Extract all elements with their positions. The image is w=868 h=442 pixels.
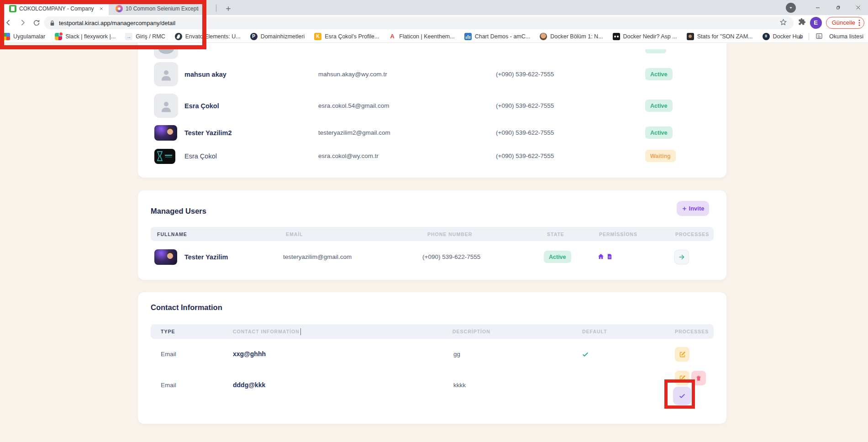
- person-icon: [159, 68, 173, 82]
- plus-icon: [682, 206, 687, 211]
- annotation-box-browser-tabs: [0, 0, 206, 49]
- person-icon: [159, 100, 173, 113]
- menu-dots-icon[interactable]: [858, 20, 860, 26]
- contact-description: gg: [453, 351, 460, 358]
- bookmark-docker-hub[interactable]: ⠿Docker Hub: [763, 33, 803, 40]
- contact-description: kkkk: [453, 382, 466, 389]
- bookmark-flaticon[interactable]: AFlaticon | Keenthem...: [389, 33, 454, 40]
- tab-search-button[interactable]: [786, 3, 796, 13]
- update-label: Güncelle: [832, 19, 855, 26]
- bookmark-docker-bolum[interactable]: Docker Bölüm 1: N...: [540, 33, 603, 40]
- bookmark-star-icon[interactable]: [779, 18, 787, 27]
- user-phone: (+090) 539-622-7555: [496, 71, 554, 78]
- stats-icon: [687, 33, 694, 40]
- chart-bars-icon: [464, 33, 472, 40]
- reading-list-icon: [815, 32, 823, 41]
- bookmark-label: Esra Çokol's Profile...: [325, 33, 379, 40]
- permission-document-icon: [606, 253, 613, 262]
- arrow-right-icon: [678, 253, 685, 261]
- minimize-button[interactable]: [808, 0, 828, 15]
- bookmark-label: Domainhizmetleri: [261, 33, 305, 40]
- trash-icon: [695, 375, 702, 382]
- bookmark-domainhizmetleri[interactable]: PDomainhizmetleri: [250, 33, 305, 40]
- contact-value: xxg@ghhh: [233, 350, 266, 358]
- bookmark-chart-demos[interactable]: Chart Demos - amC...: [464, 33, 531, 40]
- bookmark-stats-son-zam[interactable]: Stats for "SON ZAM...: [687, 33, 753, 40]
- users-card: mahsun akay mahsun.akay@wy.com.tr (+090)…: [138, 43, 726, 178]
- user-name: Tester Yazilim2: [184, 129, 231, 137]
- contact-information-card: Contact Information TYPE CONTACT INFORMA…: [138, 292, 726, 424]
- bookmark-docker-nedir[interactable]: Docker Nedir? Asp ...: [613, 33, 677, 40]
- restore-button[interactable]: [828, 0, 848, 15]
- user-name: Tester Yazilim: [184, 253, 228, 261]
- user-phone: (+090) 539-622-7555: [496, 102, 554, 109]
- column-state: STATE: [547, 227, 564, 241]
- default-check-icon: [582, 351, 589, 360]
- bookmarks-overflow-chevron[interactable]: »: [799, 33, 802, 41]
- status-badge: Active: [645, 100, 673, 112]
- user-photo-avatar: [154, 149, 175, 164]
- hourglass-graphic: [157, 151, 163, 162]
- column-fullname: FULLNAME: [157, 227, 187, 241]
- video-icon: [613, 33, 620, 40]
- user-name: Esra Çokol: [184, 153, 217, 160]
- user-email: esra.cokol@wy.com.tr: [318, 153, 379, 159]
- bookmark-label: Docker Nedir? Asp ...: [623, 33, 677, 40]
- invite-label: Invite: [689, 205, 705, 212]
- user-email: testeryazilim@gmail.com: [283, 253, 352, 260]
- bookmark-label: Flaticon | Keenthem...: [399, 33, 454, 40]
- text-caret: [300, 328, 301, 335]
- section-title: Managed Users: [151, 207, 206, 216]
- bookmarks-right: » Okuma listesi: [799, 30, 863, 43]
- user-phone: (+090) 539-622-7555: [496, 129, 554, 136]
- contact-value: dddg@kkk: [233, 381, 265, 389]
- column-default: DEFAULT: [582, 324, 607, 339]
- invite-button[interactable]: Invite: [677, 201, 709, 216]
- tab-divider: [216, 5, 216, 12]
- toolbar-right: E Güncelle: [798, 15, 868, 30]
- column-phone: PHONE NUMBER: [427, 227, 472, 241]
- column-permissions: PERMİSSİONS: [599, 227, 637, 241]
- user-phone: (+090) 539-622-7555: [496, 153, 554, 159]
- contact-type: Email: [161, 351, 176, 358]
- managed-users-card: Managed Users Invite FULLNAME EMAİL PHON…: [138, 190, 726, 280]
- status-badge-cut-off: [645, 49, 666, 53]
- user-email: testeryazilim2@gmail.com: [318, 129, 390, 136]
- status-badge: Active: [645, 126, 673, 139]
- close-window-button[interactable]: [848, 0, 868, 15]
- extensions-puzzle-icon[interactable]: [798, 18, 806, 27]
- column-email: EMAİL: [286, 227, 303, 241]
- table-header: FULLNAME EMAİL PHONE NUMBER STATE PERMİS…: [151, 227, 714, 241]
- user-name: mahsun akay: [184, 71, 226, 78]
- column-type: TYPE: [161, 324, 175, 339]
- user-photo-avatar: [154, 125, 177, 141]
- bookmarks-separator: [809, 33, 809, 40]
- chrome-update-button[interactable]: Güncelle: [826, 17, 864, 29]
- bookmark-esra-profile[interactable]: KEsra Çokol's Profile...: [314, 33, 379, 40]
- column-label: CONTACT INFORMATİON: [233, 329, 300, 334]
- profile-avatar[interactable]: E: [810, 17, 822, 29]
- contact-type: Email: [161, 382, 176, 389]
- status-badge: Active: [645, 68, 673, 80]
- bookmark-label: Docker Bölüm 1: N...: [550, 33, 603, 40]
- letter-k-icon: K: [314, 33, 321, 40]
- user-photo-avatar: [154, 249, 177, 265]
- globe-icon: ⠿: [763, 33, 770, 40]
- avatar-placeholder: [154, 94, 178, 118]
- status-badge: Waiting: [645, 150, 676, 162]
- edit-pencil-icon: [679, 351, 686, 358]
- table-header: TYPE CONTACT INFORMATİON DESCRİPTİON DEF…: [151, 324, 714, 339]
- status-badge: Active: [544, 251, 571, 263]
- letter-p-icon: P: [250, 33, 258, 40]
- open-user-button[interactable]: [674, 250, 689, 264]
- bookmark-label: Stats for "SON ZAM...: [697, 33, 753, 40]
- permission-home-icon: [597, 253, 605, 262]
- edit-contact-button[interactable]: [675, 347, 689, 362]
- user-email: mahsun.akay@wy.com.tr: [318, 71, 387, 78]
- new-tab-button[interactable]: [222, 3, 234, 15]
- letter-a-icon: A: [389, 33, 396, 40]
- reading-list-label[interactable]: Okuma listesi: [829, 33, 863, 40]
- section-title: Contact Information: [151, 303, 222, 312]
- user-phone: (+090) 539-622-7555: [422, 253, 480, 260]
- column-contact-information: CONTACT INFORMATİON: [233, 324, 301, 339]
